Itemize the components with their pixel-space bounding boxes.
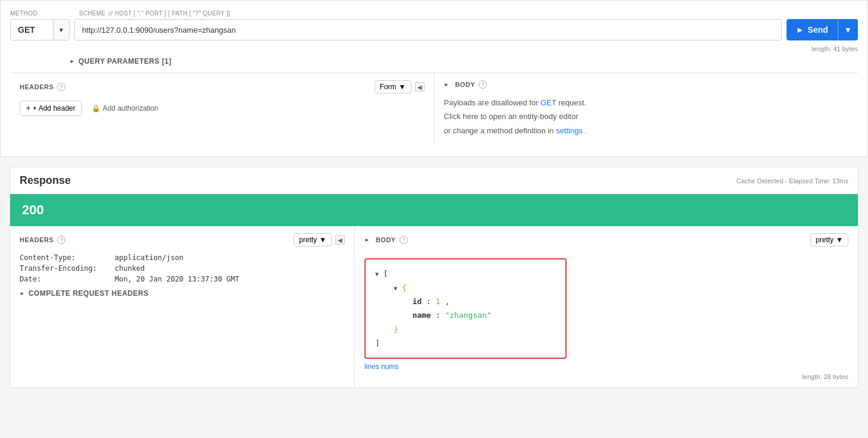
response-header-transfer-encoding: Transfer-Encoding: chunked [20, 264, 345, 273]
response-body-pretty-label: pretty [816, 236, 834, 244]
chevron-down-icon: ▼ [58, 27, 64, 33]
settings-link[interactable]: settings [556, 126, 583, 135]
response-body-length: length: 28 bytes [364, 373, 848, 380]
json-object-close: } [394, 325, 398, 334]
body-help-icon[interactable]: ? [479, 80, 487, 89]
scheme-label: SCHEME :// HOST [ ":" PORT ] [ PATH [ "?… [79, 10, 230, 17]
cache-text: Cache Detected - Elapsed Time: 13ms [737, 177, 848, 184]
lock-icon: 🔒 [92, 104, 100, 112]
complete-request-headers-row[interactable]: ► COMPLETE REQUEST HEADERS [20, 289, 345, 298]
response-body-help-icon[interactable]: ? [400, 236, 408, 244]
response-headers-panel: HEADERS ? pretty ▼ ◀ Content-Type: appli… [10, 226, 355, 387]
plus-icon: + [26, 104, 30, 112]
complete-headers-triangle: ► [20, 290, 25, 296]
disallowed-line1: Payloads are disallowed for [444, 98, 539, 107]
response-body-pretty-button[interactable]: pretty ▼ [810, 233, 848, 246]
url-length: length: 41 bytes [10, 45, 858, 52]
status-bar: 200 [10, 194, 858, 226]
disallowed-line2: Click here to open an entity-body editor [444, 112, 578, 121]
url-input[interactable] [74, 19, 782, 40]
json-id-key: id [413, 297, 422, 306]
headers-panel: HEADERS ? Form ▼ ◀ + + Add header 🔒 Add … [10, 73, 435, 145]
json-id-value: 1 [436, 297, 441, 306]
send-chevron-icon: ▼ [844, 26, 852, 35]
add-auth-label: Add authorization [103, 104, 158, 112]
content-type-value: application/json [115, 254, 184, 262]
json-colon-2: : [436, 311, 445, 320]
query-params-label: QUERY PARAMETERS [1] [78, 57, 171, 65]
headers-title: HEADERS [20, 83, 54, 90]
json-viewer: ▼ [ ▼ { id : 1 , name : "zhangsan" } ] [364, 258, 567, 358]
disallowed-period: . [585, 126, 587, 135]
response-body-expand-icon: ► [364, 237, 370, 243]
add-header-label: + Add header [33, 104, 76, 112]
method-label: METHOD [10, 10, 74, 17]
response-title: Response [20, 174, 71, 187]
collapse-arrow-icon: ◀ [417, 84, 422, 90]
disallowed-method-link[interactable]: GET [540, 98, 556, 107]
json-colon-1: : [426, 297, 436, 306]
transfer-encoding-value: chunked [115, 264, 145, 273]
send-label: Send [808, 25, 828, 35]
query-params-row[interactable]: ► QUERY PARAMETERS [1] [10, 52, 858, 65]
response-headers-title: HEADERS [20, 236, 54, 243]
json-name-value: "zhangsan" [445, 311, 491, 320]
response-headers-pretty-button[interactable]: pretty ▼ [294, 233, 332, 246]
body-panel: ► BODY ? Payloads are disallowed for GET… [435, 73, 858, 145]
transfer-encoding-key: Transfer-Encoding: [20, 264, 115, 273]
json-array-open: [ [383, 269, 388, 278]
json-array-close: ] [375, 339, 380, 348]
send-icon: ► [796, 25, 804, 35]
headers-help-icon[interactable]: ? [57, 83, 65, 91]
disallowed-line1-end: request. [558, 98, 586, 107]
content-type-key: Content-Type: [20, 254, 115, 262]
body-title: BODY [455, 81, 475, 88]
response-body-title: BODY [376, 236, 396, 243]
send-button[interactable]: ► Send [787, 19, 838, 40]
json-name-key: name [413, 311, 431, 320]
response-body-panel: ► BODY ? pretty ▼ ▼ [ ▼ { id : 1 , [355, 226, 858, 387]
method-value: GET [11, 25, 53, 35]
form-label: Form [380, 83, 397, 91]
form-chevron-icon: ▼ [399, 83, 406, 91]
json-object-open: { [402, 283, 407, 292]
lines-nums-link[interactable]: lines nums [364, 362, 848, 371]
date-value: Mon, 20 Jan 2020 13:37:30 GMT [115, 275, 240, 283]
response-headers-pretty-label: pretty [299, 236, 317, 244]
response-header-date: Date: Mon, 20 Jan 2020 13:37:30 GMT [20, 275, 345, 283]
headers-collapse-button[interactable]: ◀ [415, 82, 424, 92]
status-code: 200 [22, 202, 44, 217]
json-collapse-array-icon: ▼ [375, 271, 379, 277]
response-headers-help-icon[interactable]: ? [57, 236, 65, 244]
date-key: Date: [20, 275, 115, 283]
send-dropdown-button[interactable]: ▼ [838, 19, 858, 40]
json-collapse-object-icon: ▼ [394, 285, 397, 292]
response-headers-chevron-icon: ▼ [319, 236, 326, 244]
add-header-button[interactable]: + + Add header [20, 101, 82, 116]
body-disallowed-message: Payloads are disallowed for GET request.… [444, 96, 849, 137]
method-dropdown-button[interactable]: ▼ [53, 20, 69, 40]
complete-headers-label: COMPLETE REQUEST HEADERS [29, 289, 149, 298]
response-headers-collapse-button[interactable]: ◀ [335, 235, 345, 245]
form-button[interactable]: Form ▼ [375, 80, 411, 93]
query-params-triangle: ► [70, 58, 75, 64]
response-body-chevron-icon: ▼ [836, 236, 843, 244]
disallowed-line3: or change a method definition in [444, 126, 554, 135]
response-collapse-arrow-icon: ◀ [338, 237, 342, 243]
method-selector[interactable]: GET ▼ [10, 19, 70, 40]
response-header-content-type: Content-Type: application/json [20, 254, 345, 262]
add-authorization-button[interactable]: 🔒 Add authorization [87, 101, 163, 115]
body-expand-icon: ► [444, 82, 449, 87]
json-comma-1: , [445, 297, 449, 306]
